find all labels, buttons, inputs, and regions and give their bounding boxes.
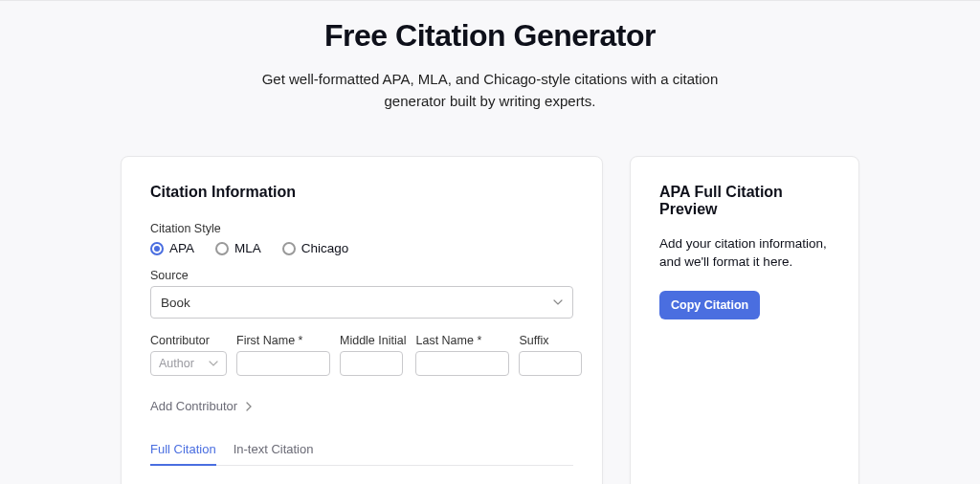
first-name-label: First Name * <box>236 334 330 347</box>
chevron-down-icon <box>209 359 218 368</box>
add-contributor-button[interactable]: Add Contributor <box>150 399 573 413</box>
contributor-label: Contributor <box>150 334 227 347</box>
add-contributor-label: Add Contributor <box>150 399 237 413</box>
page-subtitle: Get well-formatted APA, MLA, and Chicago… <box>241 69 739 112</box>
last-name-input[interactable] <box>415 351 509 376</box>
citation-tabs: Full Citation In-text Citation <box>150 434 573 466</box>
tab-intext-citation[interactable]: In-text Citation <box>234 434 314 465</box>
radio-chicago-label: Chicago <box>301 241 349 255</box>
source-label: Source <box>150 269 573 282</box>
suffix-label: Suffix <box>519 334 582 347</box>
radio-mla-label: MLA <box>234 241 261 255</box>
copy-citation-button[interactable]: Copy Citation <box>659 291 760 319</box>
middle-initial-label: Middle Initial <box>340 334 406 347</box>
chevron-right-icon <box>245 402 253 411</box>
citation-form-card: Citation Information Citation Style APA … <box>121 156 603 484</box>
radio-apa[interactable]: APA <box>150 241 194 255</box>
first-name-input[interactable] <box>236 351 330 376</box>
citation-style-label: Citation Style <box>150 222 573 235</box>
last-name-label: Last Name * <box>415 334 509 347</box>
citation-style-radio-group: APA MLA Chicago <box>150 241 573 255</box>
radio-chicago[interactable]: Chicago <box>282 241 349 255</box>
radio-apa-label: APA <box>169 241 194 255</box>
chevron-down-icon <box>553 297 563 307</box>
contributor-type-value: Author <box>159 357 194 370</box>
radio-mla[interactable]: MLA <box>215 241 261 255</box>
suffix-input[interactable] <box>519 351 582 376</box>
preview-message: Add your citation information, and we'll… <box>659 235 830 272</box>
middle-initial-input[interactable] <box>340 351 403 376</box>
page-title: Free Citation Generator <box>0 18 980 54</box>
citation-preview-card: APA Full Citation Preview Add your citat… <box>630 156 859 484</box>
tab-full-citation[interactable]: Full Citation <box>150 434 216 466</box>
source-select[interactable]: Book <box>150 286 573 319</box>
preview-heading: APA Full Citation Preview <box>659 184 830 218</box>
source-value: Book <box>161 296 190 310</box>
form-heading: Citation Information <box>150 184 573 201</box>
contributor-type-select[interactable]: Author <box>150 351 227 376</box>
